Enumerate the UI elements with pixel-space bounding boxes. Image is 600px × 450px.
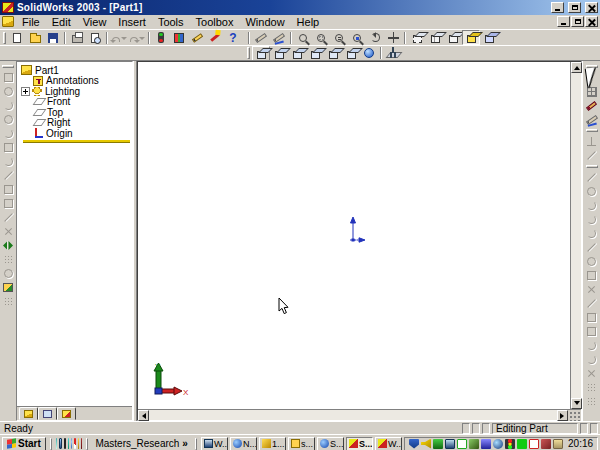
view-right-button[interactable] <box>306 46 324 61</box>
offset-entities-button[interactable] <box>585 353 598 366</box>
tree-item-front-plane[interactable]: Front <box>21 97 132 108</box>
tree-item-annotations[interactable]: Annotations <box>21 76 132 87</box>
sweep-button[interactable] <box>2 127 15 140</box>
tray-display-icon[interactable] <box>445 439 455 449</box>
undo-button[interactable] <box>110 30 128 45</box>
circular-sketch-pattern-button[interactable] <box>585 395 598 408</box>
new-button[interactable] <box>8 30 26 45</box>
edit-color-button[interactable] <box>170 30 188 45</box>
tab-configuration-manager[interactable] <box>57 407 76 420</box>
task-button-document[interactable]: 1... <box>259 437 286 450</box>
view-left-button[interactable] <box>288 46 306 61</box>
selection-filter-button[interactable] <box>206 30 224 45</box>
mdi-minimize-button[interactable] <box>557 16 570 27</box>
shaded-button[interactable] <box>462 30 480 45</box>
hole-wizard-button[interactable] <box>2 225 15 238</box>
task-button-browser-1[interactable]: N... <box>230 437 257 450</box>
quicklaunch-console-icon[interactable] <box>64 438 65 449</box>
chamfer-button[interactable] <box>2 169 15 182</box>
solidworks-app-icon[interactable] <box>2 2 14 13</box>
toolbar-drag-handle[interactable] <box>2 65 14 68</box>
tab-feature-manager[interactable] <box>19 407 38 420</box>
vertical-scrollbar[interactable] <box>570 62 581 409</box>
minimize-button[interactable] <box>551 2 564 13</box>
scroll-up-button[interactable] <box>571 62 582 73</box>
extruded-cut-button[interactable] <box>2 99 15 112</box>
scroll-down-button[interactable] <box>571 398 582 409</box>
view-isometric-button[interactable] <box>360 46 378 61</box>
open-button[interactable] <box>26 30 44 45</box>
mdi-close-button[interactable] <box>585 16 598 27</box>
dimension-button[interactable] <box>585 149 598 162</box>
save-button[interactable] <box>44 30 62 45</box>
tray-volume-icon[interactable] <box>421 439 431 449</box>
toolbar-drag-handle[interactable] <box>247 47 250 59</box>
ellipse-button[interactable] <box>585 255 598 268</box>
revolved-boss-button[interactable] <box>2 85 15 98</box>
rib-button[interactable] <box>2 183 15 196</box>
tree-item-top-plane[interactable]: Top <box>21 107 132 118</box>
tray-app-icon[interactable] <box>541 439 551 449</box>
curve-button[interactable] <box>2 295 15 308</box>
linear-sketch-pattern-button[interactable] <box>585 381 598 394</box>
quicklaunch-internet-explorer-icon[interactable] <box>71 438 72 449</box>
zoom-in-out-button[interactable] <box>330 30 348 45</box>
tangent-arc-button[interactable] <box>585 213 598 226</box>
3point-arc-button[interactable] <box>585 227 598 240</box>
3d-sketch-tool-button[interactable] <box>585 113 598 126</box>
point-button[interactable] <box>585 283 598 296</box>
tray-grammar-icon[interactable] <box>529 439 539 449</box>
line-tool-button[interactable] <box>585 171 598 184</box>
insert-reference-button[interactable] <box>2 281 15 294</box>
task-button-browser-2[interactable]: S... <box>317 437 344 450</box>
quicklaunch-mail-icon[interactable] <box>74 438 75 449</box>
fillet-sketch-button[interactable] <box>585 339 598 352</box>
print-preview-button[interactable] <box>86 30 104 45</box>
start-button[interactable]: Start <box>2 437 46 450</box>
tray-antivirus-icon[interactable] <box>457 439 467 449</box>
normal-to-button[interactable] <box>384 46 402 61</box>
quicklaunch-show-desktop-icon[interactable] <box>56 438 57 449</box>
view-back-button[interactable] <box>270 46 288 61</box>
toolbar-drag-handle[interactable] <box>3 32 6 44</box>
menu-toolbox[interactable]: Toolbox <box>190 15 240 29</box>
tray-globe-icon[interactable] <box>493 439 503 449</box>
centerline-button[interactable] <box>585 297 598 310</box>
quicklaunch-book-icon[interactable] <box>81 438 82 449</box>
tree-item-part[interactable]: Part1 <box>21 65 132 76</box>
rollback-bar[interactable] <box>23 140 130 143</box>
tree-item-right-plane[interactable]: Right <box>21 118 132 129</box>
select-button[interactable] <box>585 71 598 84</box>
tab-property-manager[interactable] <box>38 407 57 420</box>
add-relation-button[interactable] <box>585 135 598 148</box>
circular-pattern-button[interactable] <box>2 267 15 280</box>
tray-shield-icon[interactable] <box>409 439 419 449</box>
menu-insert[interactable]: Insert <box>112 15 152 29</box>
extruded-boss-button[interactable] <box>2 71 15 84</box>
mirror-feature-button[interactable] <box>2 239 15 252</box>
loft-button[interactable] <box>2 141 15 154</box>
tray-utility-icon[interactable] <box>469 439 479 449</box>
viewport[interactable]: Y X <box>138 62 570 409</box>
menu-window[interactable]: Window <box>239 15 290 29</box>
task-button-solidworks-2[interactable]: W... <box>375 437 402 450</box>
rebuild-button[interactable] <box>152 30 170 45</box>
centerpoint-arc-button[interactable] <box>585 199 598 212</box>
sketch-tool-button[interactable] <box>585 99 598 112</box>
menu-file[interactable]: File <box>16 15 46 29</box>
menu-help[interactable]: Help <box>291 15 326 29</box>
menu-edit[interactable]: Edit <box>46 15 77 29</box>
view-top-button[interactable] <box>324 46 342 61</box>
undo-dropdown-icon[interactable] <box>121 37 127 43</box>
quicklaunch-notes-icon[interactable] <box>78 438 79 449</box>
draft-button[interactable] <box>2 211 15 224</box>
hidden-lines-removed-button[interactable] <box>444 30 462 45</box>
help-button[interactable]: ? <box>224 30 242 45</box>
expand-plus-icon[interactable] <box>21 87 30 96</box>
shell-button[interactable] <box>2 197 15 210</box>
tray-network-icon[interactable] <box>481 439 491 449</box>
convert-entities-button[interactable] <box>585 311 598 324</box>
zoom-to-area-button[interactable] <box>312 30 330 45</box>
tree-item-lighting[interactable]: Lighting <box>21 86 132 97</box>
revolved-cut-button[interactable] <box>2 113 15 126</box>
